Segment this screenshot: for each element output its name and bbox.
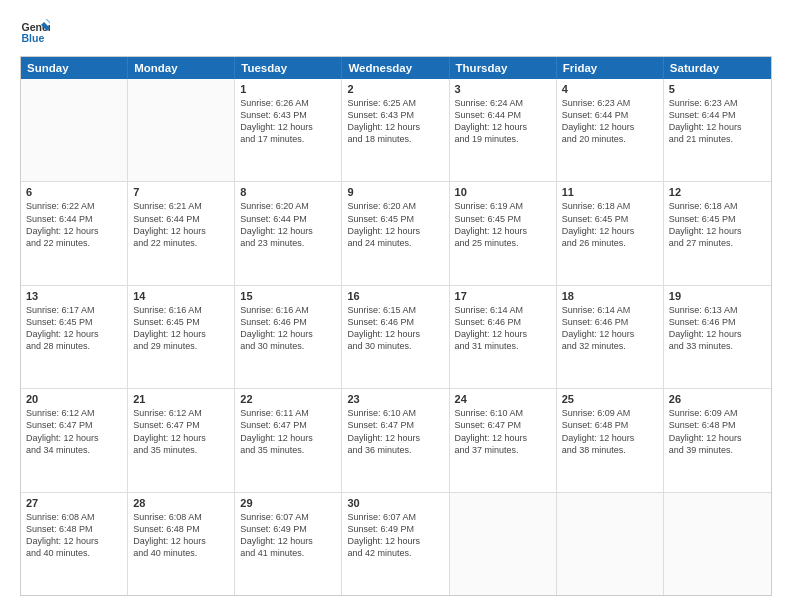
sunset-text: Sunset: 6:44 PM [26,213,122,225]
sunset-text: Sunset: 6:45 PM [133,316,229,328]
daylight-text-cont: and 22 minutes. [26,237,122,249]
calendar-week-5: 27Sunrise: 6:08 AMSunset: 6:48 PMDayligh… [21,493,771,595]
weekday-header-friday: Friday [557,57,664,79]
sunset-text: Sunset: 6:47 PM [347,419,443,431]
sunset-text: Sunset: 6:49 PM [240,523,336,535]
sunrise-text: Sunrise: 6:09 AM [562,407,658,419]
calendar-week-4: 20Sunrise: 6:12 AMSunset: 6:47 PMDayligh… [21,389,771,492]
calendar-cell: 25Sunrise: 6:09 AMSunset: 6:48 PMDayligh… [557,389,664,491]
day-number: 15 [240,290,336,302]
day-number: 18 [562,290,658,302]
day-number: 25 [562,393,658,405]
calendar-cell: 30Sunrise: 6:07 AMSunset: 6:49 PMDayligh… [342,493,449,595]
day-number: 7 [133,186,229,198]
daylight-text: Daylight: 12 hours [347,121,443,133]
day-number: 13 [26,290,122,302]
sunrise-text: Sunrise: 6:14 AM [455,304,551,316]
calendar: SundayMondayTuesdayWednesdayThursdayFrid… [20,56,772,596]
daylight-text-cont: and 30 minutes. [347,340,443,352]
daylight-text-cont: and 22 minutes. [133,237,229,249]
calendar-cell [557,493,664,595]
sunset-text: Sunset: 6:43 PM [347,109,443,121]
sunrise-text: Sunrise: 6:16 AM [240,304,336,316]
daylight-text-cont: and 41 minutes. [240,547,336,559]
daylight-text: Daylight: 12 hours [669,432,766,444]
daylight-text: Daylight: 12 hours [669,328,766,340]
weekday-header-monday: Monday [128,57,235,79]
sunrise-text: Sunrise: 6:22 AM [26,200,122,212]
daylight-text: Daylight: 12 hours [240,432,336,444]
sunrise-text: Sunrise: 6:26 AM [240,97,336,109]
day-number: 23 [347,393,443,405]
daylight-text: Daylight: 12 hours [562,432,658,444]
sunset-text: Sunset: 6:46 PM [669,316,766,328]
header: General Blue [20,16,772,46]
calendar-cell: 9Sunrise: 6:20 AMSunset: 6:45 PMDaylight… [342,182,449,284]
sunset-text: Sunset: 6:44 PM [455,109,551,121]
sunset-text: Sunset: 6:43 PM [240,109,336,121]
calendar-cell: 4Sunrise: 6:23 AMSunset: 6:44 PMDaylight… [557,79,664,181]
sunset-text: Sunset: 6:44 PM [133,213,229,225]
daylight-text: Daylight: 12 hours [347,328,443,340]
daylight-text: Daylight: 12 hours [562,225,658,237]
sunrise-text: Sunrise: 6:21 AM [133,200,229,212]
daylight-text-cont: and 37 minutes. [455,444,551,456]
calendar-cell: 27Sunrise: 6:08 AMSunset: 6:48 PMDayligh… [21,493,128,595]
sunset-text: Sunset: 6:45 PM [347,213,443,225]
day-number: 9 [347,186,443,198]
calendar-cell: 20Sunrise: 6:12 AMSunset: 6:47 PMDayligh… [21,389,128,491]
daylight-text-cont: and 24 minutes. [347,237,443,249]
calendar-cell: 15Sunrise: 6:16 AMSunset: 6:46 PMDayligh… [235,286,342,388]
calendar-cell: 6Sunrise: 6:22 AMSunset: 6:44 PMDaylight… [21,182,128,284]
daylight-text-cont: and 35 minutes. [133,444,229,456]
daylight-text: Daylight: 12 hours [133,225,229,237]
sunset-text: Sunset: 6:44 PM [562,109,658,121]
weekday-header-sunday: Sunday [21,57,128,79]
sunset-text: Sunset: 6:46 PM [240,316,336,328]
daylight-text: Daylight: 12 hours [347,432,443,444]
sunrise-text: Sunrise: 6:10 AM [347,407,443,419]
sunrise-text: Sunrise: 6:15 AM [347,304,443,316]
day-number: 28 [133,497,229,509]
sunrise-text: Sunrise: 6:20 AM [347,200,443,212]
daylight-text-cont: and 38 minutes. [562,444,658,456]
daylight-text: Daylight: 12 hours [455,432,551,444]
sunrise-text: Sunrise: 6:07 AM [347,511,443,523]
daylight-text: Daylight: 12 hours [240,121,336,133]
sunrise-text: Sunrise: 6:08 AM [26,511,122,523]
sunrise-text: Sunrise: 6:20 AM [240,200,336,212]
calendar-cell: 23Sunrise: 6:10 AMSunset: 6:47 PMDayligh… [342,389,449,491]
day-number: 20 [26,393,122,405]
calendar-cell [21,79,128,181]
sunset-text: Sunset: 6:45 PM [26,316,122,328]
daylight-text-cont: and 18 minutes. [347,133,443,145]
daylight-text-cont: and 21 minutes. [669,133,766,145]
sunset-text: Sunset: 6:48 PM [562,419,658,431]
calendar-week-1: 1Sunrise: 6:26 AMSunset: 6:43 PMDaylight… [21,79,771,182]
daylight-text-cont: and 25 minutes. [455,237,551,249]
daylight-text-cont: and 20 minutes. [562,133,658,145]
sunrise-text: Sunrise: 6:11 AM [240,407,336,419]
calendar-cell: 3Sunrise: 6:24 AMSunset: 6:44 PMDaylight… [450,79,557,181]
sunrise-text: Sunrise: 6:14 AM [562,304,658,316]
sunrise-text: Sunrise: 6:17 AM [26,304,122,316]
day-number: 10 [455,186,551,198]
sunset-text: Sunset: 6:48 PM [133,523,229,535]
calendar-cell: 11Sunrise: 6:18 AMSunset: 6:45 PMDayligh… [557,182,664,284]
calendar-cell: 12Sunrise: 6:18 AMSunset: 6:45 PMDayligh… [664,182,771,284]
sunrise-text: Sunrise: 6:19 AM [455,200,551,212]
daylight-text-cont: and 40 minutes. [26,547,122,559]
day-number: 19 [669,290,766,302]
daylight-text-cont: and 36 minutes. [347,444,443,456]
daylight-text-cont: and 28 minutes. [26,340,122,352]
daylight-text-cont: and 42 minutes. [347,547,443,559]
day-number: 26 [669,393,766,405]
weekday-header-saturday: Saturday [664,57,771,79]
weekday-header-tuesday: Tuesday [235,57,342,79]
day-number: 29 [240,497,336,509]
daylight-text-cont: and 35 minutes. [240,444,336,456]
sunrise-text: Sunrise: 6:23 AM [562,97,658,109]
weekday-header-wednesday: Wednesday [342,57,449,79]
daylight-text: Daylight: 12 hours [26,225,122,237]
page: General Blue SundayMondayTuesdayWednesda… [0,0,792,612]
